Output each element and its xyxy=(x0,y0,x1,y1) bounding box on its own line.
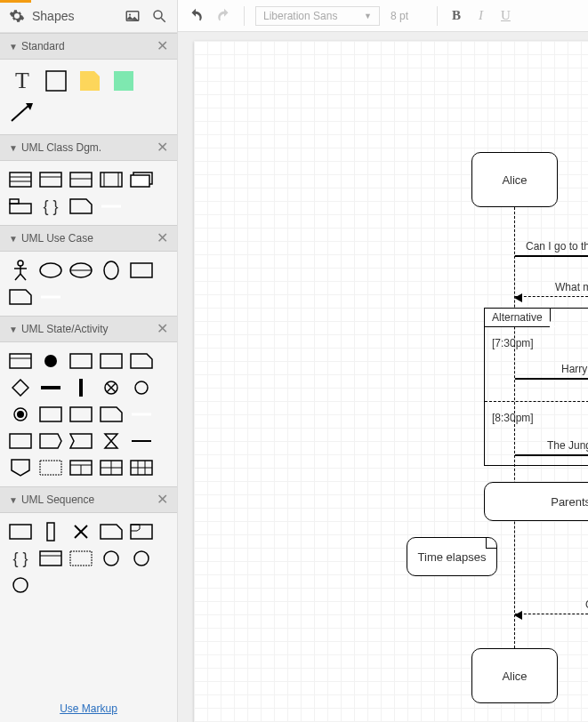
msg-jungle-label: The Jungle Book xyxy=(547,439,588,452)
gear-icon[interactable] xyxy=(9,8,25,24)
shape-actor[interactable] xyxy=(9,261,32,280)
lifeline-alice-top[interactable]: Alice xyxy=(471,152,558,207)
close-icon[interactable]: ✕ xyxy=(157,39,168,53)
svg-rect-47 xyxy=(70,407,92,421)
svg-point-22 xyxy=(18,261,23,266)
image-icon[interactable] xyxy=(124,7,141,25)
note-consider[interactable]: Parents consider xyxy=(484,482,588,521)
shape-initial[interactable] xyxy=(39,351,62,371)
shape-rect-sa[interactable] xyxy=(69,351,93,371)
shape-history[interactable] xyxy=(130,378,153,397)
lifeline-alice-bottom[interactable]: Alice xyxy=(471,648,558,703)
section-header-uml-usecase[interactable]: ▼ UML Use Case ✕ xyxy=(0,225,177,252)
shape-shield[interactable] xyxy=(9,458,32,477)
shape-line[interactable] xyxy=(100,197,123,216)
section-header-uml-state[interactable]: ▼ UML State/Activity ✕ xyxy=(0,316,177,342)
shape-destroy[interactable] xyxy=(69,522,93,542)
shape-line-uc[interactable] xyxy=(39,287,62,307)
shape-seq-frame[interactable] xyxy=(130,522,153,542)
canvas[interactable]: Alice Parents Can I go to the movies? Wh… xyxy=(178,32,588,722)
shape-seq-circle2[interactable] xyxy=(130,549,153,568)
diagram-page[interactable]: Alice Parents Can I go to the movies? Wh… xyxy=(194,41,588,722)
redo-button[interactable] xyxy=(215,7,233,25)
shape-activation[interactable] xyxy=(39,522,62,542)
toolbar: Liberation Sans ▼ 8 pt B I U xyxy=(178,0,588,32)
bold-button[interactable]: B xyxy=(448,8,464,23)
msg-whatmovie-arrow[interactable] xyxy=(515,296,588,298)
shape-seq-circle1[interactable] xyxy=(100,549,123,568)
section-label: UML Use Case xyxy=(21,232,157,245)
shape-rect4[interactable] xyxy=(9,431,32,451)
shape-note-uc[interactable] xyxy=(9,287,32,307)
shape-boundary[interactable] xyxy=(130,261,153,280)
msg-ok-arrow[interactable] xyxy=(515,614,588,615)
close-icon[interactable]: ✕ xyxy=(157,231,168,245)
shape-line-sa2[interactable] xyxy=(130,431,153,451)
font-select[interactable]: Liberation Sans ▼ xyxy=(255,6,380,26)
shape-multiobject[interactable] xyxy=(130,170,153,189)
note-elapse[interactable]: Time elapses xyxy=(407,537,497,576)
shape-usecase[interactable] xyxy=(39,261,62,280)
italic-button[interactable]: I xyxy=(475,8,487,23)
shape-rect-green[interactable] xyxy=(110,68,137,93)
shape-decision[interactable] xyxy=(9,378,32,397)
msg-harry-arrow[interactable] xyxy=(515,378,588,380)
shape-note2[interactable] xyxy=(100,405,123,424)
shape-rect[interactable] xyxy=(43,68,69,93)
shape-simple-class[interactable] xyxy=(39,170,62,189)
shape-active-class[interactable] xyxy=(100,170,123,189)
shape-seq-note[interactable] xyxy=(100,522,123,542)
shape-seq-constraint[interactable]: { } xyxy=(9,549,32,568)
svg-rect-4 xyxy=(46,71,66,91)
close-icon[interactable]: ✕ xyxy=(157,493,168,507)
shape-hourglass[interactable] xyxy=(100,431,123,451)
shape-bar-h[interactable] xyxy=(39,378,62,397)
shape-bar-v[interactable] xyxy=(69,378,93,397)
section-header-uml-class[interactable]: ▼ UML Class Dgm. ✕ xyxy=(0,134,177,161)
shape-note[interactable] xyxy=(69,197,93,216)
shape-interface[interactable] xyxy=(69,170,93,189)
section-header-uml-sequence[interactable]: ▼ UML Sequence ✕ xyxy=(0,486,177,513)
shape-state[interactable] xyxy=(9,351,32,371)
shape-rect2[interactable] xyxy=(39,405,62,424)
shape-grid3[interactable] xyxy=(100,458,123,477)
shape-rect3[interactable] xyxy=(69,405,93,424)
svg-rect-66 xyxy=(131,525,152,539)
shape-seq-dash[interactable] xyxy=(69,549,93,568)
shape-seq-box[interactable] xyxy=(39,549,62,568)
shape-box2[interactable] xyxy=(100,351,123,371)
shape-signal[interactable] xyxy=(39,431,62,451)
shape-grid4[interactable] xyxy=(130,458,153,477)
shape-text[interactable]: T xyxy=(9,68,36,93)
shape-arrow[interactable] xyxy=(9,100,36,125)
shape-seq-circle3[interactable] xyxy=(9,575,32,595)
underline-button[interactable]: U xyxy=(497,8,514,23)
shape-final[interactable] xyxy=(9,405,32,424)
use-markup-link[interactable]: Use Markup xyxy=(60,702,117,715)
search-icon[interactable] xyxy=(150,7,168,25)
svg-rect-39 xyxy=(79,379,83,397)
shape-constraint[interactable]: { } xyxy=(39,197,62,216)
shape-seq-rect[interactable] xyxy=(9,522,32,542)
shape-line-sa[interactable] xyxy=(130,405,153,424)
shape-class[interactable] xyxy=(9,170,32,189)
font-size-input[interactable]: 8 pt xyxy=(391,10,426,22)
shape-package[interactable] xyxy=(9,197,32,216)
shape-terminate[interactable] xyxy=(100,378,123,397)
close-icon[interactable]: ✕ xyxy=(157,140,168,155)
shape-signal2[interactable] xyxy=(69,431,93,451)
shape-oval[interactable] xyxy=(100,261,123,280)
msg-movies-arrow[interactable] xyxy=(515,255,588,257)
svg-point-30 xyxy=(104,261,118,279)
msg-jungle-arrow[interactable] xyxy=(515,454,588,456)
section-header-standard[interactable]: ▼ Standard ✕ xyxy=(0,33,177,60)
shape-grid2[interactable] xyxy=(69,458,93,477)
shape-tab[interactable] xyxy=(39,458,62,477)
close-icon[interactable]: ✕ xyxy=(157,322,168,336)
shape-usecase-ext[interactable] xyxy=(69,261,93,280)
shape-note-sa[interactable] xyxy=(130,351,153,371)
shape-note-yellow[interactable] xyxy=(77,68,103,93)
undo-button[interactable] xyxy=(187,7,205,25)
alt-divider xyxy=(485,401,588,402)
msg-whatmovie-label: What movie? xyxy=(555,281,588,293)
